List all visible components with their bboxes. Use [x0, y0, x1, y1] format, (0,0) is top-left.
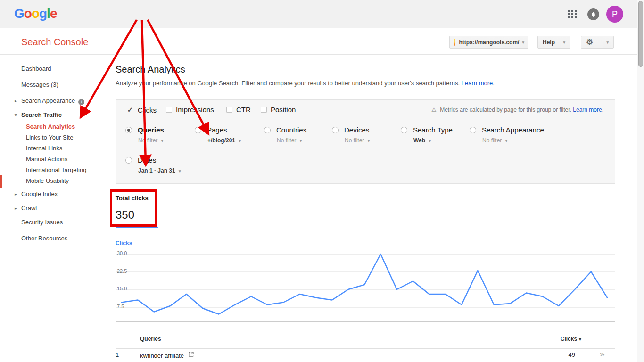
dimension-filter-dates[interactable]: Jan 1 - Jan 31 ▾: [138, 167, 181, 174]
chevron-down-icon: ▾: [505, 139, 508, 143]
site-selector-dropdown[interactable]: https://mangools.com/ ▾: [449, 36, 528, 49]
table-border: [116, 348, 615, 349]
chevron-down-icon: ▾: [606, 40, 609, 45]
chevron-down-icon: ▾: [239, 139, 241, 143]
metric-label: Position: [271, 106, 296, 114]
google-logo[interactable]: Google: [14, 6, 57, 21]
dimension-filter-search-appearance[interactable]: No filter ▾: [482, 137, 544, 144]
chevron-down-icon: ▾: [368, 139, 370, 143]
dimension-filter-search-type[interactable]: Web ▾: [413, 137, 453, 144]
sidebar-item-crawl[interactable]: ▸Crawl: [21, 204, 37, 213]
sidebar-item-label: Google Index: [21, 190, 58, 197]
dimension-filter-devices[interactable]: No filter ▾: [345, 137, 370, 144]
table-header-clicks-sort[interactable]: Clicks▼: [547, 336, 582, 342]
filter-value: +/blog/201: [207, 137, 235, 144]
help-label: Help: [543, 39, 555, 46]
product-title: Search Console: [21, 37, 88, 48]
settings-gear-button[interactable]: ⚙ ▾: [581, 36, 614, 49]
user-avatar[interactable]: P: [606, 6, 623, 23]
dimension-countries[interactable]: Countries No filter ▾: [264, 126, 306, 144]
sidebar-item-messages[interactable]: Messages (3): [21, 80, 58, 90]
google-top-bar: Google P: [0, 0, 644, 28]
metric-label: CTR: [236, 106, 251, 114]
dimension-filter-queries[interactable]: No filter ▾: [138, 137, 164, 144]
metric-checkbox-position[interactable]: Position: [261, 106, 296, 114]
filter-block: ✓ Clicks Impressions CTR Position ⚠ Metr…: [116, 99, 615, 184]
radio-selected-icon: [125, 127, 132, 133]
external-link-icon[interactable]: [189, 351, 194, 358]
sidebar-item-label: Security Issues: [21, 219, 63, 226]
sidebar-item-mobile-usability[interactable]: Mobile Usability: [26, 176, 69, 186]
sidebar-item-internal-links[interactable]: Internal Links: [26, 144, 62, 153]
table-border: [116, 331, 615, 331]
sidebar-item-manual-actions[interactable]: Manual Actions: [26, 155, 67, 164]
tri-right-icon: ▸: [15, 96, 17, 106]
sidebar-item-label: Search Traffic: [21, 111, 62, 118]
dimension-search-type[interactable]: Search Type Web ▾: [401, 126, 453, 144]
sidebar-item-label: Other Resources: [21, 235, 67, 242]
sidebar-item-google-index[interactable]: ▸Google Index: [21, 189, 58, 199]
metric-checkbox-impressions[interactable]: Impressions: [166, 106, 214, 114]
help-dropdown-button[interactable]: Help ▾: [537, 36, 570, 49]
notifications-bell-icon[interactable]: [587, 8, 599, 20]
filter-value: Web: [413, 137, 425, 144]
query-text: kwfinder affiliate: [140, 352, 184, 359]
metric-label: Clicks: [138, 106, 157, 114]
checkbox-icon: [166, 107, 172, 113]
total-clicks-card[interactable]: Total clicks 350: [116, 195, 158, 222]
metrics-note-learn-more-link[interactable]: Learn more.: [573, 107, 603, 113]
scrollbar-track[interactable]: [637, 0, 644, 362]
gear-icon: ⚙: [586, 38, 593, 46]
logo-letter: o: [32, 6, 39, 21]
sidebar-item-label: Search Appearance: [21, 97, 75, 104]
dimension-dates[interactable]: Dates Jan 1 - Jan 31 ▾: [125, 156, 181, 174]
sidebar-item-links-to-your-site[interactable]: Links to Your Site: [26, 133, 73, 142]
sidebar-item-search-analytics[interactable]: Search Analytics: [26, 122, 75, 132]
clicks-data-line: [122, 254, 607, 314]
logo-letter: l: [47, 6, 50, 21]
logo-letter: g: [39, 6, 47, 21]
sidebar-item-dashboard[interactable]: Dashboard: [21, 64, 51, 74]
divider: [116, 119, 615, 119]
learn-more-link[interactable]: Learn more.: [462, 80, 495, 87]
metric-checkbox-ctr[interactable]: CTR: [226, 106, 251, 114]
sidebar-item-label: Mobile Usability: [26, 177, 69, 184]
page-description-text: Analyze your performance on Google Searc…: [116, 80, 460, 87]
info-icon[interactable]: i: [78, 99, 84, 105]
filter-value: Jan 1 - Jan 31: [138, 167, 175, 174]
clicks-line-chart: 30.0 22.5 15.0 7.5: [116, 238, 615, 322]
dimension-queries[interactable]: Queries No filter ▾: [125, 126, 164, 144]
total-clicks-label: Total clicks: [116, 195, 158, 202]
y-axis-tick: 7.5: [117, 304, 124, 309]
dimension-filter-pages[interactable]: +/blog/201 ▾: [207, 137, 241, 144]
table-row-query[interactable]: kwfinder affiliate: [140, 351, 194, 359]
logo-letter: e: [50, 6, 57, 21]
tri-right-icon: ▸: [15, 204, 17, 213]
dimension-search-appearance[interactable]: Search Appearance No filter ▾: [470, 126, 544, 144]
sidebar-item-search-traffic[interactable]: ▾Search Traffic: [21, 110, 62, 120]
sidebar-item-security-issues[interactable]: Security Issues: [21, 218, 63, 227]
dimension-label: Devices: [344, 126, 369, 134]
y-axis-tick: 30.0: [117, 250, 127, 256]
expand-row-chevrons[interactable]: »: [600, 349, 605, 359]
radio-icon: [470, 127, 476, 133]
filter-value: No filter: [345, 137, 364, 144]
dimension-filter-countries[interactable]: No filter ▾: [277, 137, 306, 144]
tri-down-icon: ▾: [15, 110, 17, 120]
sidebar-item-international-targeting[interactable]: International Targeting: [26, 165, 86, 175]
filter-value: No filter: [277, 137, 296, 144]
sidebar-item-other-resources[interactable]: Other Resources: [21, 234, 67, 243]
scrollbar-thumb[interactable]: [638, 1, 643, 67]
avatar-letter: P: [612, 9, 618, 19]
dimension-pages[interactable]: Pages +/blog/201 ▾: [195, 126, 241, 144]
search-console-page: Google P Search Console https://mangools…: [0, 0, 644, 362]
page-description: Analyze your performance on Google Searc…: [116, 80, 495, 87]
metric-checkbox-clicks[interactable]: ✓ Clicks: [126, 106, 157, 114]
dimension-devices[interactable]: Devices No filter ▾: [332, 126, 370, 144]
apps-grid-icon[interactable]: [568, 10, 578, 19]
dimension-label: Search Type: [413, 126, 453, 134]
sidebar-item-search-appearance[interactable]: ▸Search Appearancei: [21, 96, 84, 106]
check-icon: ✓: [126, 106, 134, 114]
dimension-label: Queries: [138, 126, 164, 134]
bell-icon: [590, 11, 596, 17]
